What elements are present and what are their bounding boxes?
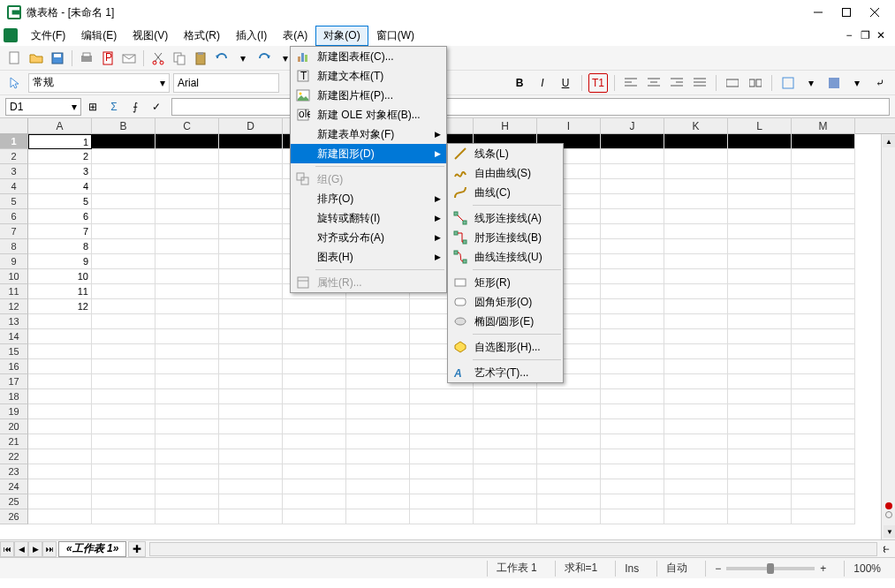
zoom-out-icon[interactable]: − — [715, 562, 721, 575]
cell[interactable] — [155, 134, 219, 149]
cell[interactable] — [728, 464, 792, 479]
menu-item-7[interactable]: 窗口(W) — [368, 26, 422, 46]
cell[interactable] — [537, 464, 601, 479]
cell[interactable] — [219, 359, 283, 374]
bold-button[interactable]: B — [510, 73, 529, 93]
cell[interactable] — [664, 494, 728, 509]
cell[interactable] — [792, 359, 855, 374]
cell[interactable] — [346, 329, 410, 344]
cell[interactable] — [28, 404, 92, 419]
cell[interactable] — [28, 329, 92, 344]
cell[interactable] — [664, 359, 728, 374]
cell[interactable] — [664, 179, 728, 194]
cell[interactable] — [601, 419, 664, 434]
cell[interactable] — [664, 194, 728, 209]
menu-item[interactable]: 旋转或翻转(I)▶ — [291, 208, 446, 228]
cell[interactable] — [728, 224, 792, 239]
cell[interactable] — [728, 194, 792, 209]
cell[interactable] — [92, 374, 155, 389]
cell[interactable] — [728, 284, 792, 299]
wrap-button[interactable]: ⤶ — [870, 73, 890, 93]
cell[interactable] — [664, 344, 728, 359]
cell[interactable] — [346, 479, 410, 494]
cell[interactable] — [92, 254, 155, 269]
chevron-down-icon[interactable]: ▾ — [801, 73, 821, 93]
cell[interactable] — [537, 404, 601, 419]
cell[interactable] — [664, 419, 728, 434]
pdf-button[interactable]: P — [98, 49, 118, 68]
cell[interactable] — [219, 149, 283, 164]
menu-item[interactable]: A艺术字(T)... — [448, 363, 563, 382]
cell[interactable] — [346, 419, 410, 434]
cell[interactable] — [664, 239, 728, 254]
zoom-value[interactable]: 100% — [844, 561, 890, 577]
merge-button[interactable] — [723, 73, 742, 93]
col-header-B[interactable]: B — [92, 118, 155, 134]
cell[interactable] — [219, 134, 283, 149]
cell[interactable] — [537, 419, 601, 434]
cell[interactable] — [601, 164, 664, 179]
cell[interactable] — [601, 404, 664, 419]
cell[interactable] — [346, 299, 410, 314]
cell[interactable] — [28, 419, 92, 434]
cell[interactable] — [728, 164, 792, 179]
cell[interactable] — [601, 449, 664, 464]
cell[interactable] — [537, 434, 601, 449]
cell[interactable] — [664, 284, 728, 299]
mdi-close-button[interactable]: ✕ — [874, 29, 888, 41]
cell[interactable] — [601, 344, 664, 359]
cell[interactable] — [792, 509, 855, 524]
cell[interactable] — [28, 314, 92, 329]
cell[interactable] — [28, 344, 92, 359]
cell[interactable] — [219, 344, 283, 359]
cell[interactable]: 8 — [28, 239, 92, 254]
menu-item[interactable]: 肘形连接线(B) — [448, 228, 563, 247]
cell[interactable] — [155, 314, 219, 329]
cell[interactable] — [92, 509, 155, 524]
cell[interactable] — [155, 284, 219, 299]
menu-item-5[interactable]: 表(A) — [275, 26, 315, 46]
row-header[interactable]: 10 — [0, 269, 28, 284]
cell[interactable] — [792, 209, 855, 224]
sheet-tab[interactable]: «工作表 1» — [58, 541, 126, 557]
menu-item[interactable]: 线条(L) — [448, 144, 563, 163]
cell[interactable] — [728, 254, 792, 269]
cell[interactable] — [92, 479, 155, 494]
menu-item[interactable]: 排序(O)▶ — [291, 189, 446, 208]
first-sheet-button[interactable]: ⏮ — [0, 541, 14, 557]
cell[interactable] — [664, 149, 728, 164]
open-button[interactable] — [27, 49, 46, 68]
cell[interactable] — [283, 329, 346, 344]
cell[interactable]: 6 — [28, 209, 92, 224]
cell[interactable] — [346, 404, 410, 419]
cell[interactable] — [155, 164, 219, 179]
cell[interactable] — [792, 404, 855, 419]
cell[interactable] — [601, 134, 664, 149]
cell[interactable] — [283, 434, 346, 449]
cell[interactable] — [410, 419, 474, 434]
cell[interactable] — [346, 434, 410, 449]
row-header[interactable]: 17 — [0, 374, 28, 389]
cell[interactable] — [219, 479, 283, 494]
row-header[interactable]: 6 — [0, 209, 28, 224]
cell[interactable] — [728, 374, 792, 389]
cell[interactable] — [219, 254, 283, 269]
row-header[interactable]: 23 — [0, 464, 28, 479]
cell[interactable] — [92, 449, 155, 464]
cell[interactable] — [792, 389, 855, 404]
cell[interactable] — [155, 359, 219, 374]
cell[interactable] — [92, 359, 155, 374]
cell[interactable] — [283, 374, 346, 389]
cell[interactable] — [792, 179, 855, 194]
cell[interactable] — [155, 254, 219, 269]
underline-button[interactable]: U — [556, 73, 575, 93]
cell[interactable] — [664, 269, 728, 284]
align-center-button[interactable] — [644, 73, 664, 93]
row-header[interactable]: 11 — [0, 284, 28, 299]
cell[interactable] — [792, 449, 855, 464]
cell[interactable] — [728, 134, 792, 149]
cell[interactable] — [28, 479, 92, 494]
cell[interactable] — [219, 209, 283, 224]
cell[interactable] — [283, 509, 346, 524]
menu-item[interactable]: 新建图表框(C)... — [291, 47, 446, 66]
